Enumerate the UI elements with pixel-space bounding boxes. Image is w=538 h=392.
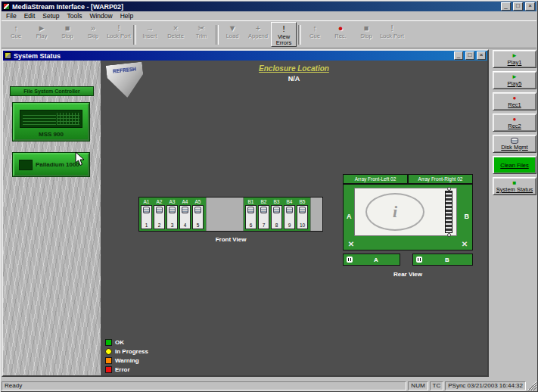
slot-box: 5 xyxy=(192,205,204,229)
sidebar-button-label: Play5 xyxy=(508,80,522,87)
sidebar-button-rec2[interactable]: ● Rec2 xyxy=(493,114,536,132)
toolbar-button-cue[interactable]: ↑ Cue xyxy=(3,22,29,47)
slot-box: 7 xyxy=(258,205,269,229)
drive-slot-b3[interactable]: B3 8 xyxy=(271,199,282,231)
child-maximize-button[interactable]: □ xyxy=(465,51,474,60)
drive-slot-b1[interactable]: B1 6 xyxy=(245,199,257,231)
error-swatch xyxy=(105,366,112,373)
menu-item-window[interactable]: Window xyxy=(86,11,116,20)
mss-900-device[interactable]: MSS 900 xyxy=(13,103,89,141)
record-icon: ● xyxy=(513,95,517,101)
child-titlebar[interactable]: System Status _ □ × xyxy=(3,51,487,61)
slot-label: A3 xyxy=(169,199,176,205)
play-icon: ► xyxy=(512,52,518,59)
sidebar-button-clean-files[interactable]: Clean Files xyxy=(493,156,536,174)
legend-label: Warning xyxy=(115,357,139,364)
toolbar-button-lock-port[interactable]: ! Lock Port xyxy=(106,22,132,47)
status-num-lock: NUM xyxy=(408,381,428,390)
stop-icon: ■ xyxy=(364,23,369,33)
toolbar-button-stop-2[interactable]: ■ Stop xyxy=(353,22,379,47)
slot-number: 6 xyxy=(250,222,253,228)
status-ready: Ready xyxy=(2,381,406,390)
sidebar-button-label: Play1 xyxy=(508,59,522,66)
toolbar-button-stop[interactable]: ■ Stop xyxy=(54,22,80,47)
app-window: MediaStream Interface - [WARP02] _ □ × F… xyxy=(0,0,538,392)
sidebar-button-system-status[interactable]: ■ System Status xyxy=(493,177,536,195)
menu-item-tools[interactable]: Tools xyxy=(64,11,86,20)
drive-slot-b4[interactable]: B4 9 xyxy=(284,199,295,231)
toolbar-button-lock-port-2[interactable]: ! Lock Port xyxy=(379,22,405,47)
rear-array-header-right[interactable]: Array Front-Right 02 xyxy=(408,174,473,184)
child-window-title: System Status xyxy=(14,52,452,60)
sidebar-button-play5[interactable]: ► Play5 xyxy=(493,71,536,89)
child-close-button[interactable]: × xyxy=(477,51,486,60)
drive-slot-b5[interactable]: B5 10 xyxy=(297,199,308,231)
rear-array-header-left[interactable]: Array Front-Left 02 xyxy=(343,174,408,184)
toolbar-button-label: Delete xyxy=(167,33,184,39)
power-bar-b[interactable]: B xyxy=(412,254,473,266)
toolbar-button-label: Append xyxy=(248,33,268,39)
play-icon: ► xyxy=(512,73,518,80)
sidebar-button-rec1[interactable]: ● Rec1 xyxy=(493,92,536,110)
toolbar-button-play[interactable]: ► Play xyxy=(29,22,54,47)
slot-number: 3 xyxy=(171,222,174,228)
toolbar-separator xyxy=(132,23,137,46)
disk-icon xyxy=(260,207,267,213)
enclosure-location-label: Enclosure Location xyxy=(101,64,487,73)
toolbar-button-rec[interactable]: ● Rec. xyxy=(328,22,353,47)
power-bar-a[interactable]: A xyxy=(343,254,400,266)
toolbar-button-load[interactable]: ▼ Load xyxy=(219,22,245,47)
slot-number: 4 xyxy=(184,222,187,228)
toolbar-button-view-errors[interactable]: ! View Errors xyxy=(271,22,297,47)
disk-icon xyxy=(273,207,280,213)
sidebar-button-disk-mgmt[interactable]: Disk Mgmt xyxy=(493,135,536,153)
child-minimize-button[interactable]: _ xyxy=(454,51,463,60)
toolbar-button-label: Lock Port xyxy=(107,33,131,39)
device-tree-panel: File System Controller MSS 900 Palladium… xyxy=(3,61,101,375)
menu-item-help[interactable]: Help xyxy=(117,11,137,20)
enclosure-location-value: N/A xyxy=(101,75,487,82)
toolbar-button-insert[interactable]: → Insert xyxy=(137,22,163,47)
rear-panel: i xyxy=(354,188,457,236)
resize-grip[interactable] xyxy=(527,381,536,390)
file-system-controller-button[interactable]: File System Controller xyxy=(10,86,94,96)
stop-icon: ■ xyxy=(65,23,70,33)
legend-warning: Warning xyxy=(105,356,148,365)
toolbar-button-append[interactable]: + Append xyxy=(245,22,271,47)
sidebar-button-play1[interactable]: ► Play1 xyxy=(493,50,536,68)
lock-icon: ! xyxy=(117,23,120,33)
menu-item-setup[interactable]: Setup xyxy=(39,11,63,20)
drive-slot-a2[interactable]: A2 2 xyxy=(154,199,165,231)
drive-slot-a5[interactable]: A5 5 xyxy=(192,199,204,231)
minimize-button[interactable]: _ xyxy=(501,2,511,11)
slot-number: 8 xyxy=(275,222,278,228)
rear-array-header: Array Front-Left 02 Array Front-Right 02 xyxy=(343,174,473,184)
toolbar-button-delete[interactable]: × Delete xyxy=(163,22,188,47)
slot-box: 9 xyxy=(284,205,295,229)
power-bar-b-label: B xyxy=(422,257,472,263)
info-icon: i xyxy=(393,202,397,222)
front-array-bank-a: A1 1 A2 2 xyxy=(139,198,206,231)
mouse-cursor xyxy=(75,151,86,166)
toolbar-button-cue-2[interactable]: ↑ Cue xyxy=(302,22,328,47)
menu-item-file[interactable]: File xyxy=(2,11,20,20)
slot-label: B1 xyxy=(248,199,254,205)
trim-icon: ✂ xyxy=(197,23,204,33)
menu-item-edit[interactable]: Edit xyxy=(20,11,39,20)
slot-box: 4 xyxy=(179,205,191,229)
power-bar-a-label: A xyxy=(353,257,400,263)
drive-slot-a1[interactable]: A1 1 xyxy=(141,199,152,231)
append-icon: + xyxy=(256,23,260,33)
maximize-button[interactable]: □ xyxy=(513,2,523,11)
drive-slot-a3[interactable]: A3 3 xyxy=(166,199,178,231)
drive-slot-a4[interactable]: A4 4 xyxy=(179,199,191,231)
delete-icon: × xyxy=(173,23,178,33)
close-button[interactable]: × xyxy=(525,2,535,11)
insert-icon: → xyxy=(146,23,154,33)
toolbar-button-skip[interactable]: » Skip xyxy=(80,22,106,47)
drive-slot-b2[interactable]: B2 7 xyxy=(258,199,269,231)
slot-box: 1 xyxy=(141,205,152,229)
mss-900-front-image xyxy=(20,110,82,128)
toolbar-button-trim[interactable]: ✂ Trim xyxy=(188,22,214,47)
toolbar-separator xyxy=(214,23,219,46)
